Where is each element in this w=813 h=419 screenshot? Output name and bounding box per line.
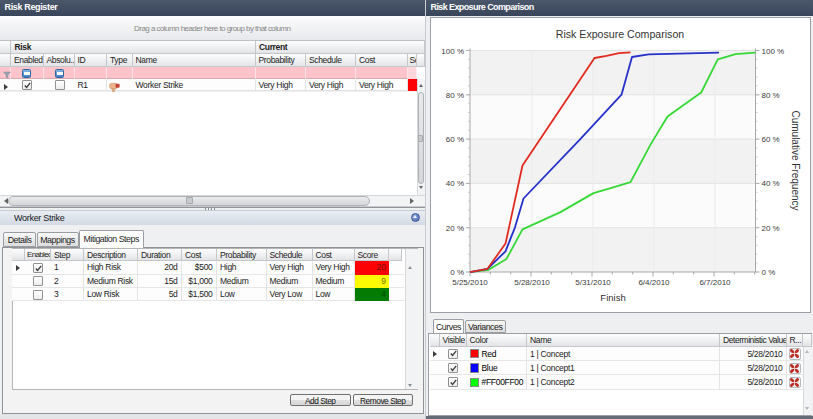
svg-text:Finish: Finish bbox=[600, 292, 625, 303]
svg-text:6/4/2010: 6/4/2010 bbox=[638, 278, 670, 287]
svg-text:20 %: 20 % bbox=[761, 223, 779, 232]
svg-text:5/31/2010: 5/31/2010 bbox=[575, 278, 611, 287]
svg-text:100 %: 100 % bbox=[441, 46, 464, 55]
svg-text:80 %: 80 % bbox=[445, 90, 463, 99]
svg-text:0 %: 0 % bbox=[761, 268, 775, 277]
svg-text:6/7/2010: 6/7/2010 bbox=[699, 278, 731, 287]
svg-text:40 %: 40 % bbox=[761, 179, 779, 188]
svg-text:Cumulative Frequency: Cumulative Frequency bbox=[789, 110, 800, 210]
svg-text:0 %: 0 % bbox=[450, 268, 464, 277]
svg-text:Risk Exposure Comparison: Risk Exposure Comparison bbox=[555, 27, 683, 39]
svg-text:5/25/2010: 5/25/2010 bbox=[452, 278, 488, 287]
svg-text:60 %: 60 % bbox=[445, 135, 463, 144]
svg-text:5/28/2010: 5/28/2010 bbox=[514, 278, 550, 287]
svg-text:60 %: 60 % bbox=[761, 135, 779, 144]
svg-text:80 %: 80 % bbox=[761, 90, 779, 99]
svg-text:100 %: 100 % bbox=[761, 46, 784, 55]
svg-text:40 %: 40 % bbox=[445, 179, 463, 188]
svg-text:20 %: 20 % bbox=[445, 223, 463, 232]
